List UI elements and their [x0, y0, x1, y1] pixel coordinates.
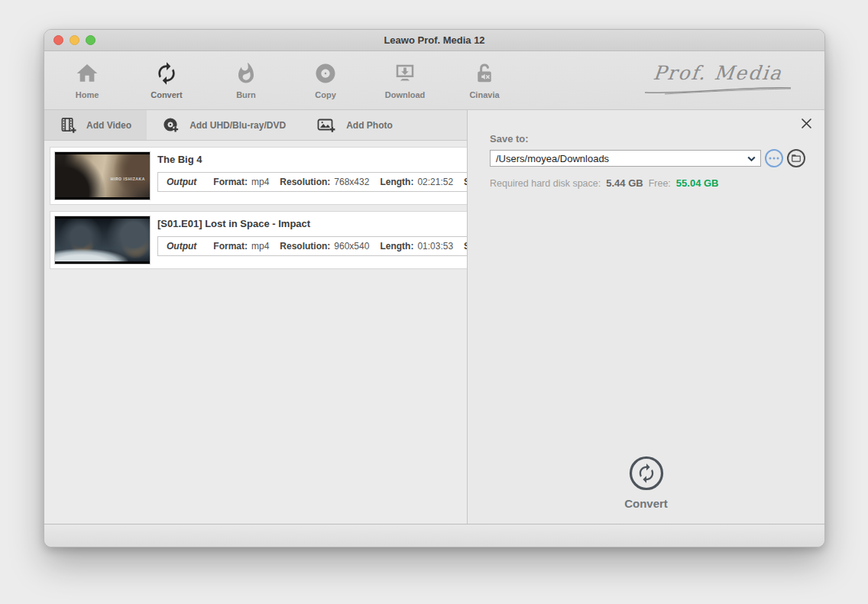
- tab-add-uhd-bluray-dvd[interactable]: Add UHD/Blu-ray/DVD: [147, 110, 301, 140]
- length-label: Length:: [380, 241, 413, 252]
- length-pair: Length: 01:03:53: [380, 241, 453, 252]
- thumbnail-watermark: HIRO ISHIZAKA: [111, 177, 145, 181]
- prof-media-logo-text: Prof. Media: [642, 62, 793, 84]
- close-panel-button[interactable]: [801, 118, 812, 129]
- video-list-item[interactable]: [S01.E01] Lost in Space - Impact Output …: [50, 211, 467, 269]
- required-space-value: 5.44 GB: [606, 177, 643, 189]
- main-area: Add Video Add UHD/Blu-ray/DVD: [44, 110, 824, 524]
- save-to-label: Save to:: [490, 133, 529, 145]
- convert-settings-panel: Save to: /Users/moyea/Downloads Required…: [467, 110, 824, 524]
- format-value: mp4: [251, 177, 269, 187]
- window-title: Leawo Prof. Media 12: [44, 34, 824, 46]
- prof-media-logo: Prof. Media: [643, 62, 792, 98]
- video-title: The Big 4: [157, 154, 467, 165]
- toolbar-item-home[interactable]: Home: [60, 59, 115, 99]
- toolbar-item-convert[interactable]: Convert: [139, 59, 194, 99]
- toolbar-item-label: Convert: [151, 90, 183, 99]
- toolbar-item-download[interactable]: Download: [377, 59, 432, 99]
- resolution-label: Resolution:: [280, 177, 330, 187]
- toolbar-item-label: Copy: [315, 90, 336, 99]
- required-space-label: Required hard disk space:: [490, 178, 601, 189]
- cinavia-unlock-mute-icon: [473, 59, 496, 88]
- save-path-select[interactable]: /Users/moyea/Downloads: [490, 150, 761, 167]
- free-space-label: Free:: [649, 178, 671, 189]
- toolbar-item-label: Download: [385, 90, 426, 99]
- close-icon: [801, 118, 812, 129]
- output-label: Output: [167, 241, 196, 252]
- chevron-down-icon: [747, 156, 756, 162]
- video-list: HIRO ISHIZAKA The Big 4 Output Format: m…: [44, 141, 467, 524]
- format-value: mp4: [251, 241, 269, 252]
- format-label: Format:: [213, 241, 248, 252]
- format-label: Format:: [213, 177, 248, 187]
- resolution-pair: Resolution: 768x432: [280, 177, 369, 187]
- video-info: [S01.E01] Lost in Space - Impact Output …: [151, 216, 467, 265]
- format-pair: Format: mp4: [213, 241, 269, 252]
- thumbnail-image: HIRO ISHIZAKA: [55, 154, 150, 197]
- save-path-value: /Users/moyea/Downloads: [496, 153, 609, 164]
- toolbar-item-cinavia[interactable]: Cinavia: [457, 59, 512, 99]
- resolution-value: 960x540: [334, 241, 369, 252]
- source-column: Add Video Add UHD/Blu-ray/DVD: [44, 110, 467, 524]
- download-icon: [394, 59, 416, 88]
- convert-button[interactable]: Convert: [468, 455, 824, 510]
- disc-icon: [314, 59, 337, 88]
- burn-flame-icon: [235, 59, 257, 88]
- toolbar-item-label: Burn: [236, 90, 256, 99]
- length-label: Length:: [380, 177, 413, 187]
- main-toolbar: Home Convert Burn Copy Download: [44, 51, 824, 110]
- thumbnail-image: [55, 219, 150, 261]
- tab-add-video[interactable]: Add Video: [44, 110, 147, 140]
- video-list-item[interactable]: HIRO ISHIZAKA The Big 4 Output Format: m…: [50, 147, 467, 205]
- resolution-pair: Resolution: 960x540: [280, 241, 369, 252]
- resolution-value: 768x432: [334, 177, 369, 187]
- convert-button-label: Convert: [624, 497, 668, 510]
- add-tab-bar: Add Video Add UHD/Blu-ray/DVD: [44, 110, 467, 141]
- folder-open-icon: [791, 154, 802, 163]
- length-pair: Length: 02:21:52: [380, 177, 453, 187]
- toolbar-item-copy[interactable]: Copy: [298, 59, 353, 99]
- convert-icon: [154, 59, 179, 88]
- tab-label: Add Photo: [346, 120, 393, 131]
- app-window: Leawo Prof. Media 12 Home Convert Burn: [44, 29, 825, 547]
- add-disc-icon: [162, 116, 180, 135]
- output-settings-row[interactable]: Output Format: mp4 Resolution: 768x432 L…: [157, 172, 467, 192]
- add-photo-icon: [316, 116, 337, 135]
- tab-add-photo[interactable]: Add Photo: [301, 110, 408, 140]
- output-settings-row[interactable]: Output Format: mp4 Resolution: 960x540 L…: [157, 236, 467, 256]
- video-thumbnail: [54, 216, 151, 265]
- toolbar-item-label: Cinavia: [469, 90, 499, 99]
- toolbar-item-label: Home: [76, 90, 99, 99]
- convert-circle-icon: [628, 455, 665, 492]
- home-icon: [75, 59, 99, 88]
- open-folder-button[interactable]: [787, 149, 805, 167]
- add-video-icon: [60, 116, 77, 135]
- ellipsis-icon: [769, 157, 779, 160]
- video-title: [S01.E01] Lost in Space - Impact: [157, 218, 467, 229]
- resolution-label: Resolution:: [280, 241, 330, 252]
- tab-label: Add UHD/Blu-ray/DVD: [189, 120, 286, 131]
- length-value: 01:03:53: [417, 241, 453, 252]
- output-label: Output: [167, 177, 196, 187]
- video-thumbnail: HIRO ISHIZAKA: [54, 151, 151, 200]
- video-info: The Big 4 Output Format: mp4 Resolution:…: [151, 151, 467, 200]
- title-bar: Leawo Prof. Media 12: [44, 30, 824, 51]
- disk-space-row: Required hard disk space: 5.44 GB Free: …: [490, 177, 719, 189]
- logo-flourish: [643, 84, 792, 95]
- bottom-bar: [44, 524, 824, 547]
- browse-ellipsis-button[interactable]: [765, 149, 783, 167]
- tab-label: Add Video: [86, 120, 131, 131]
- format-pair: Format: mp4: [213, 177, 269, 187]
- toolbar-item-burn[interactable]: Burn: [219, 59, 274, 99]
- free-space-value: 55.04 GB: [676, 177, 719, 189]
- length-value: 02:21:52: [417, 177, 453, 187]
